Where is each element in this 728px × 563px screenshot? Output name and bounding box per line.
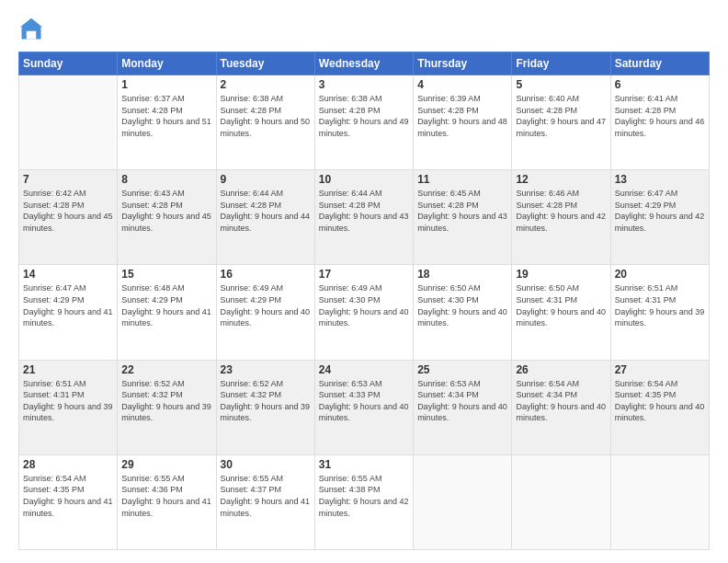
day-info: Sunrise: 6:38 AMSunset: 4:28 PMDaylight:…: [221, 93, 311, 139]
svg-rect-2: [27, 31, 37, 40]
day-info: Sunrise: 6:54 AMSunset: 4:34 PMDaylight:…: [516, 378, 606, 424]
day-number: 19: [516, 268, 606, 281]
calendar-cell: 28Sunrise: 6:54 AMSunset: 4:35 PMDayligh…: [19, 454, 118, 549]
day-info: Sunrise: 6:44 AMSunset: 4:28 PMDaylight:…: [319, 188, 409, 234]
calendar-cell: 1Sunrise: 6:37 AMSunset: 4:28 PMDaylight…: [118, 75, 216, 170]
calendar-cell: [414, 454, 512, 549]
day-number: 1: [121, 78, 211, 91]
day-info: Sunrise: 6:50 AMSunset: 4:30 PMDaylight:…: [417, 282, 507, 328]
page: SundayMondayTuesdayWednesdayThursdayFrid…: [0, 0, 728, 563]
calendar-cell: 20Sunrise: 6:51 AMSunset: 4:31 PMDayligh…: [610, 265, 709, 360]
calendar-cell: 13Sunrise: 6:47 AMSunset: 4:29 PMDayligh…: [610, 170, 709, 265]
day-info: Sunrise: 6:55 AMSunset: 4:38 PMDaylight:…: [319, 473, 409, 519]
day-number: 31: [319, 458, 409, 471]
calendar-cell: 10Sunrise: 6:44 AMSunset: 4:28 PMDayligh…: [314, 170, 413, 265]
calendar-cell: 27Sunrise: 6:54 AMSunset: 4:35 PMDayligh…: [610, 360, 709, 454]
day-info: Sunrise: 6:53 AMSunset: 4:33 PMDaylight:…: [319, 378, 409, 424]
day-number: 10: [319, 173, 409, 186]
calendar-cell: 16Sunrise: 6:49 AMSunset: 4:29 PMDayligh…: [216, 265, 314, 360]
day-number: 7: [23, 173, 113, 186]
calendar-cell: 12Sunrise: 6:46 AMSunset: 4:28 PMDayligh…: [512, 170, 610, 265]
calendar-cell: 29Sunrise: 6:55 AMSunset: 4:36 PMDayligh…: [118, 454, 216, 549]
day-number: 13: [615, 173, 705, 186]
calendar-cell: 4Sunrise: 6:39 AMSunset: 4:28 PMDaylight…: [414, 75, 512, 170]
weekday-header: Saturday: [610, 52, 709, 75]
day-info: Sunrise: 6:48 AMSunset: 4:29 PMDaylight:…: [121, 282, 211, 328]
day-info: Sunrise: 6:44 AMSunset: 4:28 PMDaylight:…: [221, 188, 311, 234]
day-number: 18: [417, 268, 507, 281]
day-number: 21: [23, 363, 113, 376]
day-info: Sunrise: 6:39 AMSunset: 4:28 PMDaylight:…: [417, 93, 507, 139]
calendar-cell: 21Sunrise: 6:51 AMSunset: 4:31 PMDayligh…: [19, 360, 118, 454]
calendar-cell: 30Sunrise: 6:55 AMSunset: 4:37 PMDayligh…: [216, 454, 314, 549]
logo-icon: [18, 17, 44, 42]
day-number: 27: [615, 363, 705, 376]
day-info: Sunrise: 6:45 AMSunset: 4:28 PMDaylight:…: [417, 188, 507, 234]
calendar-cell: [512, 454, 610, 549]
calendar-cell: 2Sunrise: 6:38 AMSunset: 4:28 PMDaylight…: [216, 75, 314, 170]
day-info: Sunrise: 6:52 AMSunset: 4:32 PMDaylight:…: [121, 378, 211, 424]
calendar-cell: 6Sunrise: 6:41 AMSunset: 4:28 PMDaylight…: [610, 75, 709, 170]
day-number: 6: [615, 78, 705, 91]
weekday-header: Thursday: [414, 52, 512, 75]
calendar-cell: 23Sunrise: 6:52 AMSunset: 4:32 PMDayligh…: [216, 360, 314, 454]
calendar-cell: [610, 454, 709, 549]
day-info: Sunrise: 6:38 AMSunset: 4:28 PMDaylight:…: [319, 93, 409, 139]
day-info: Sunrise: 6:53 AMSunset: 4:34 PMDaylight:…: [417, 378, 507, 424]
weekday-header: Wednesday: [314, 52, 413, 75]
calendar-cell: 19Sunrise: 6:50 AMSunset: 4:31 PMDayligh…: [512, 265, 610, 360]
day-info: Sunrise: 6:51 AMSunset: 4:31 PMDaylight:…: [615, 282, 705, 328]
calendar-cell: 25Sunrise: 6:53 AMSunset: 4:34 PMDayligh…: [414, 360, 512, 454]
weekday-header: Monday: [118, 52, 216, 75]
day-info: Sunrise: 6:51 AMSunset: 4:31 PMDaylight:…: [23, 378, 113, 424]
calendar-cell: 14Sunrise: 6:47 AMSunset: 4:29 PMDayligh…: [19, 265, 118, 360]
day-number: 28: [23, 458, 113, 471]
day-number: 11: [417, 173, 507, 186]
day-number: 2: [221, 78, 311, 91]
day-info: Sunrise: 6:49 AMSunset: 4:29 PMDaylight:…: [221, 282, 311, 328]
header: [18, 17, 710, 42]
day-number: 20: [615, 268, 705, 281]
day-number: 22: [121, 363, 211, 376]
calendar-cell: 24Sunrise: 6:53 AMSunset: 4:33 PMDayligh…: [314, 360, 413, 454]
day-number: 14: [23, 268, 113, 281]
calendar-cell: 26Sunrise: 6:54 AMSunset: 4:34 PMDayligh…: [512, 360, 610, 454]
day-info: Sunrise: 6:54 AMSunset: 4:35 PMDaylight:…: [615, 378, 705, 424]
day-number: 15: [121, 268, 211, 281]
day-info: Sunrise: 6:55 AMSunset: 4:37 PMDaylight:…: [221, 473, 311, 519]
calendar: SundayMondayTuesdayWednesdayThursdayFrid…: [18, 52, 710, 550]
day-info: Sunrise: 6:42 AMSunset: 4:28 PMDaylight:…: [23, 188, 113, 234]
day-number: 3: [319, 78, 409, 91]
calendar-cell: 18Sunrise: 6:50 AMSunset: 4:30 PMDayligh…: [414, 265, 512, 360]
day-info: Sunrise: 6:47 AMSunset: 4:29 PMDaylight:…: [23, 282, 113, 328]
calendar-cell: 11Sunrise: 6:45 AMSunset: 4:28 PMDayligh…: [414, 170, 512, 265]
day-number: 29: [121, 458, 211, 471]
day-info: Sunrise: 6:46 AMSunset: 4:28 PMDaylight:…: [516, 188, 606, 234]
calendar-cell: 9Sunrise: 6:44 AMSunset: 4:28 PMDaylight…: [216, 170, 314, 265]
logo: [18, 17, 48, 42]
day-info: Sunrise: 6:40 AMSunset: 4:28 PMDaylight:…: [516, 93, 606, 139]
day-number: 5: [516, 78, 606, 91]
day-number: 16: [221, 268, 311, 281]
calendar-cell: 5Sunrise: 6:40 AMSunset: 4:28 PMDaylight…: [512, 75, 610, 170]
calendar-cell: 3Sunrise: 6:38 AMSunset: 4:28 PMDaylight…: [314, 75, 413, 170]
calendar-cell: 17Sunrise: 6:49 AMSunset: 4:30 PMDayligh…: [314, 265, 413, 360]
day-info: Sunrise: 6:41 AMSunset: 4:28 PMDaylight:…: [615, 93, 705, 139]
calendar-cell: 15Sunrise: 6:48 AMSunset: 4:29 PMDayligh…: [118, 265, 216, 360]
calendar-cell: 31Sunrise: 6:55 AMSunset: 4:38 PMDayligh…: [314, 454, 413, 549]
day-number: 17: [319, 268, 409, 281]
day-info: Sunrise: 6:55 AMSunset: 4:36 PMDaylight:…: [121, 473, 211, 519]
day-info: Sunrise: 6:50 AMSunset: 4:31 PMDaylight:…: [516, 282, 606, 328]
weekday-header: Sunday: [19, 52, 118, 75]
day-number: 12: [516, 173, 606, 186]
day-number: 25: [417, 363, 507, 376]
day-info: Sunrise: 6:52 AMSunset: 4:32 PMDaylight:…: [221, 378, 311, 424]
day-number: 4: [417, 78, 507, 91]
day-number: 24: [319, 363, 409, 376]
day-number: 9: [221, 173, 311, 186]
day-info: Sunrise: 6:37 AMSunset: 4:28 PMDaylight:…: [121, 93, 211, 139]
calendar-cell: 7Sunrise: 6:42 AMSunset: 4:28 PMDaylight…: [19, 170, 118, 265]
day-number: 26: [516, 363, 606, 376]
day-info: Sunrise: 6:47 AMSunset: 4:29 PMDaylight:…: [615, 188, 705, 234]
calendar-cell: 8Sunrise: 6:43 AMSunset: 4:28 PMDaylight…: [118, 170, 216, 265]
